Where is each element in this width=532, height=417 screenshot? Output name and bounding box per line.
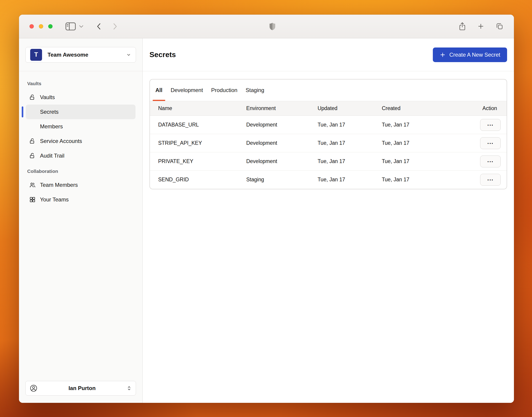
lock-open-icon [29,94,36,101]
person-circle-icon [29,384,38,393]
people-icon [29,182,36,188]
row-actions-button[interactable]: ... [480,137,501,149]
cell-created: Tue, Jan 17 [382,134,471,152]
sidebar-item-your-teams[interactable]: Your Teams [26,192,136,207]
main-content: Secrets Create A New Secret All Developm… [143,38,514,403]
team-name: Team Awesome [48,52,121,58]
titlebar-right-controls [459,22,503,31]
secrets-table: Name Environment Updated Created Action … [150,101,507,189]
row-actions-button[interactable]: ... [480,174,501,186]
tab-development[interactable]: Development [171,80,203,101]
traffic-lights [30,24,53,29]
sidebar: T Team Awesome Vaults [19,38,143,403]
row-actions-button[interactable]: ... [480,156,501,167]
sidebar-item-vaults[interactable]: Vaults [26,90,136,104]
section-label-vaults: Vaults [26,79,136,90]
lock-open-icon [29,152,36,159]
cell-environment: Development [246,116,318,134]
share-icon[interactable] [459,22,466,31]
tab-staging[interactable]: Staging [246,80,264,101]
environment-tabs: All Development Production Staging [150,80,507,101]
user-selector[interactable]: Ian Purton [25,381,136,396]
tab-all[interactable]: All [155,80,162,101]
zoom-window-button[interactable] [48,24,53,29]
cell-created: Tue, Jan 17 [382,152,471,171]
minimize-window-button[interactable] [39,24,43,29]
cell-updated: Tue, Jan 17 [318,134,382,152]
new-tab-icon[interactable] [477,23,484,30]
sidebar-item-label: Your Teams [40,196,69,203]
cell-created: Tue, Jan 17 [382,116,471,134]
team-avatar: T [30,49,42,61]
column-header-environment: Environment [246,101,318,116]
window-titlebar [19,15,514,38]
table-row: DATABASE_URL Development Tue, Jan 17 Tue… [150,116,507,134]
sidebar-chevron-down-icon[interactable] [79,25,83,28]
cell-updated: Tue, Jan 17 [318,116,382,134]
cell-created: Tue, Jan 17 [382,171,471,189]
privacy-shield-icon [269,22,276,30]
cell-name: STRIPE_API_KEY [150,134,246,152]
create-secret-button[interactable]: Create A New Secret [433,48,507,62]
main-header: Secrets Create A New Secret [143,38,514,71]
table-row: PRIVATE_KEY Development Tue, Jan 17 Tue,… [150,152,507,171]
column-header-created: Created [382,101,471,116]
chevron-up-down-icon [126,385,132,391]
section-label-collaboration: Collaboration [26,167,136,178]
column-header-name: Name [150,101,246,116]
create-secret-label: Create A New Secret [449,52,500,58]
plus-icon [440,52,446,58]
history-nav [97,23,117,30]
user-name: Ian Purton [38,385,126,391]
close-window-button[interactable] [30,24,34,29]
sidebar-controls [65,22,83,31]
sidebar-item-label: Team Members [40,182,78,188]
cell-name: PRIVATE_KEY [150,152,246,171]
sidebar-item-label: Vaults [40,94,55,101]
sidebar-nav: Vaults Vaults Secrets [19,71,142,375]
grid-icon [29,196,36,203]
sidebar-toggle-icon[interactable] [65,22,76,31]
sidebar-item-service-accounts[interactable]: Service Accounts [26,134,136,148]
tab-overview-icon[interactable] [496,22,503,30]
team-selector[interactable]: T Team Awesome [25,47,136,63]
secrets-card: All Development Production Staging [149,79,507,189]
tab-production[interactable]: Production [211,80,237,101]
secrets-content: All Development Production Staging [143,71,514,189]
sidebar-item-members[interactable]: Members [26,119,136,134]
sidebar-item-secrets[interactable]: Secrets [26,104,136,119]
cell-environment: Development [246,134,318,152]
cell-name: SEND_GRID [150,171,246,189]
cell-updated: Tue, Jan 17 [318,171,382,189]
row-actions-button[interactable]: ... [480,119,501,131]
sidebar-item-label: Members [40,123,63,130]
lock-open-icon [29,138,36,145]
app-window: T Team Awesome Vaults [19,15,514,403]
cell-environment: Staging [246,171,318,189]
table-header-row: Name Environment Updated Created Action [150,101,507,116]
chevron-down-icon [126,52,131,57]
back-icon[interactable] [97,23,101,30]
sidebar-item-label: Secrets [40,109,59,115]
sidebar-item-label: Audit Trail [40,153,64,159]
column-header-action: Action [471,101,507,116]
sidebar-item-audit-trail[interactable]: Audit Trail [26,148,136,163]
page-title: Secrets [149,51,176,59]
table-row: SEND_GRID Staging Tue, Jan 17 Tue, Jan 1… [150,171,507,189]
column-header-updated: Updated [318,101,382,116]
cell-name: DATABASE_URL [150,116,246,134]
forward-icon [113,23,117,30]
sidebar-item-team-members[interactable]: Team Members [26,178,136,192]
table-row: STRIPE_API_KEY Development Tue, Jan 17 T… [150,134,507,152]
user-selector-area: Ian Purton [19,375,142,403]
team-selector-area: T Team Awesome [19,38,142,71]
cell-updated: Tue, Jan 17 [318,152,382,171]
cell-environment: Development [246,152,318,171]
sidebar-item-label: Service Accounts [40,138,82,144]
